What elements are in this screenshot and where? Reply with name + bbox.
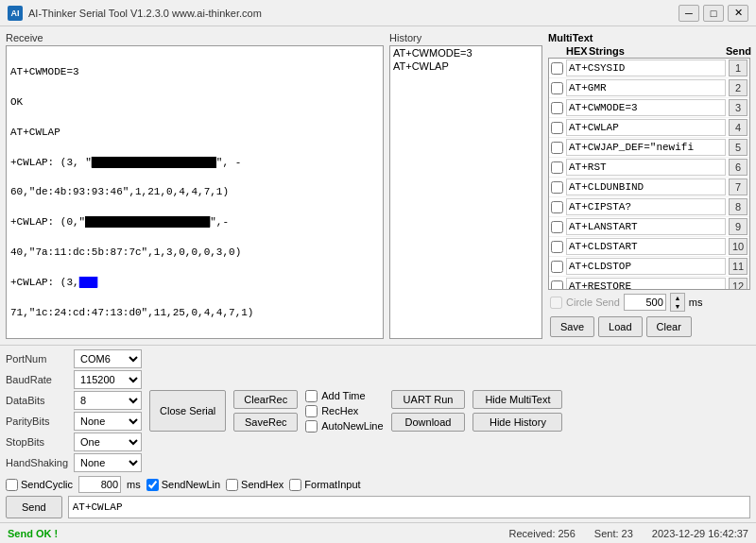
send-cyclic-text: SendCyclic (21, 479, 73, 490)
mt-text-10[interactable] (566, 238, 726, 255)
mt-hex-check-6[interactable] (551, 161, 563, 174)
databits-select[interactable]: 8 (74, 391, 142, 410)
mt-hex-check-10[interactable] (551, 241, 563, 253)
mt-text-5[interactable] (566, 139, 726, 156)
multitext-row-7: 7 (549, 178, 749, 197)
portnum-select[interactable]: COM6 (74, 349, 142, 368)
mt-text-4[interactable] (566, 119, 726, 136)
close-button[interactable]: ✕ (728, 5, 748, 22)
interval-spinner: ▲ ▼ (670, 293, 685, 312)
paritybits-row: ParityBits None (6, 412, 142, 431)
mt-send-btn-6[interactable]: 6 (729, 159, 747, 176)
send-cyclic-check[interactable] (6, 479, 18, 491)
clear-rec-button[interactable]: ClearRec (233, 390, 298, 409)
spinner-down-btn[interactable]: ▼ (671, 302, 684, 311)
minimize-button[interactable]: ─ (679, 5, 699, 22)
mt-send-btn-1[interactable]: 1 (729, 59, 747, 76)
right-buttons: UART Run Download (391, 390, 466, 432)
mt-send-btn-12[interactable]: 12 (729, 278, 747, 290)
mt-text-12[interactable] (566, 278, 726, 290)
mt-text-3[interactable] (566, 99, 726, 116)
save-rec-button[interactable]: SaveRec (233, 413, 298, 432)
baudrate-select[interactable]: 115200 (74, 370, 142, 389)
circle-send-label: Circle Send (566, 297, 620, 308)
mt-send-btn-11[interactable]: 11 (729, 258, 747, 275)
send-row: Send (6, 496, 750, 518)
history-item[interactable]: AT+CWMODE=3 (390, 46, 541, 59)
send-hex-check[interactable] (226, 479, 238, 491)
mt-hex-check-7[interactable] (551, 181, 563, 194)
close-serial-button[interactable]: Close Serial (149, 390, 226, 432)
mt-text-11[interactable] (566, 258, 726, 275)
send-button[interactable]: Send (6, 496, 62, 518)
mt-send-btn-4[interactable]: 4 (729, 119, 747, 136)
stopbits-select[interactable]: One (74, 433, 142, 451)
mt-hex-check-1[interactable] (551, 62, 563, 75)
multitext-row-11: 11 (549, 257, 749, 277)
mt-text-6[interactable] (566, 159, 726, 176)
history-item[interactable]: AT+CWLAP (390, 59, 541, 73)
send-newline-check[interactable] (146, 479, 159, 491)
auto-newline-check[interactable] (305, 420, 318, 433)
controls-row2: SendCyclic ms SendNewLin SendHex FormatI… (6, 476, 750, 493)
stopbits-label: StopBits (6, 436, 70, 448)
clear-multitext-button[interactable]: Clear (646, 316, 692, 337)
mt-text-7[interactable] (566, 178, 726, 195)
app-title: AI-Thinker Serial Tool V1.2.3.0 www.ai-t… (28, 8, 262, 19)
hide-history-button[interactable]: Hide History (472, 413, 562, 432)
handshaking-select[interactable]: None (74, 453, 142, 472)
paritybits-select[interactable]: None (74, 412, 142, 431)
add-time-check[interactable] (305, 390, 318, 402)
maximize-button[interactable]: □ (703, 5, 724, 22)
history-list[interactable]: AT+CWMODE=3 AT+CWLAP (389, 45, 542, 339)
mt-text-2[interactable] (566, 79, 726, 96)
stopbits-row: StopBits One (6, 433, 142, 451)
mt-hex-check-4[interactable] (551, 122, 563, 134)
hide-multitext-button[interactable]: Hide MultiText (472, 390, 562, 409)
multitext-panel: MultiText HEX Strings Send 1 2 (548, 32, 750, 339)
mt-hex-check-12[interactable] (551, 280, 563, 291)
load-multitext-button[interactable]: Load (598, 316, 642, 337)
send-ok-status: Send OK ! (8, 528, 58, 539)
send-input[interactable] (68, 496, 750, 518)
spinner-up-btn[interactable]: ▲ (671, 294, 684, 302)
mt-hex-check-2[interactable] (551, 82, 563, 94)
mt-hex-check-3[interactable] (551, 102, 563, 114)
mt-send-btn-3[interactable]: 3 (729, 99, 747, 116)
mt-text-8[interactable] (566, 198, 726, 215)
interval-input[interactable] (624, 294, 666, 311)
mt-send-btn-2[interactable]: 2 (729, 79, 747, 96)
format-input-text: FormatInput (304, 479, 360, 490)
mt-hex-check-11[interactable] (551, 261, 563, 273)
multitext-row-3: 3 (549, 98, 749, 118)
download-button[interactable]: Download (391, 413, 466, 432)
mt-hex-check-8[interactable] (551, 201, 563, 213)
receive-textarea[interactable]: AT+CWMODE=3 OK AT+CWLAP +CWLAP: (3, "███… (6, 45, 384, 339)
mt-send-btn-7[interactable]: 7 (729, 178, 747, 195)
main-content: Receive AT+CWMODE=3 OK AT+CWLAP +CWLAP: … (0, 26, 756, 543)
mt-text-9[interactable] (566, 218, 726, 235)
mt-send-btn-8[interactable]: 8 (729, 198, 747, 215)
bottom-section: PortNum COM6 BaudRate 115200 DataBits 8 (0, 345, 756, 522)
handshaking-label: HandShaking (6, 457, 70, 468)
mt-text-1[interactable] (566, 59, 726, 76)
uart-run-button[interactable]: UART Run (391, 390, 466, 409)
mt-hex-check-9[interactable] (551, 221, 563, 233)
port-settings: PortNum COM6 BaudRate 115200 DataBits 8 (6, 349, 142, 472)
multitext-row-5: 5 (549, 138, 749, 158)
cyclic-interval-input[interactable] (78, 476, 121, 493)
format-input-check[interactable] (289, 479, 301, 491)
mt-send-btn-5[interactable]: 5 (729, 139, 747, 156)
circle-send-check[interactable] (550, 297, 562, 309)
mt-send-btn-9[interactable]: 9 (729, 218, 747, 235)
multitext-rows: 1 2 3 4 (548, 58, 750, 290)
rec-buttons: ClearRec SaveRec (233, 390, 298, 432)
mt-send-btn-10[interactable]: 10 (729, 238, 747, 255)
mt-hex-check-5[interactable] (551, 142, 563, 154)
title-bar: AI AI-Thinker Serial Tool V1.2.3.0 www.a… (0, 0, 756, 26)
save-multitext-button[interactable]: Save (550, 316, 594, 337)
paritybits-label: ParityBits (6, 416, 70, 427)
multitext-label: MultiText (548, 32, 750, 43)
rec-hex-check[interactable] (305, 405, 318, 417)
multitext-row-10: 10 (549, 237, 749, 257)
